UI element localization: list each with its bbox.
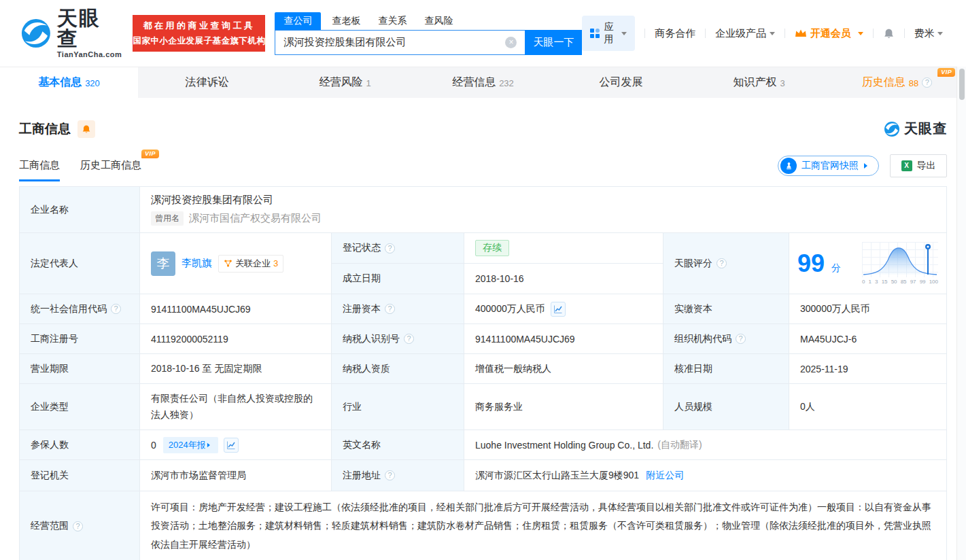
- tab-count: 320: [85, 78, 100, 88]
- help-icon[interactable]: ?: [385, 304, 395, 314]
- avatar[interactable]: 李: [151, 251, 175, 276]
- subtab-row: 工商信息 历史工商信息 VIP 工商官网快照 X 导出: [19, 154, 947, 177]
- table-row: 企业名称 漯河投资控股集团有限公司 曾用名 漯河市国信产权交易有限公司: [20, 187, 946, 233]
- export-button[interactable]: X 导出: [890, 154, 947, 177]
- chevron-right-icon: [864, 163, 870, 169]
- help-icon[interactable]: ?: [385, 470, 395, 480]
- search-area: 查公司 查老板 查关系 查风险 × 天眼一下: [275, 12, 582, 55]
- vip-membership-label: 开通会员: [810, 27, 851, 40]
- vip-membership-link[interactable]: 开通会员: [795, 27, 863, 40]
- search-tab-risk[interactable]: 查风险: [424, 12, 453, 30]
- brand-watermark: 天眼查: [884, 120, 947, 138]
- stamp-icon: [780, 158, 797, 174]
- subtab-history-business-info[interactable]: 历史工商信息 VIP: [80, 159, 141, 173]
- official-snapshot-button[interactable]: 工商官网快照: [778, 156, 879, 176]
- score-axis-ticks: 0 1 3 15 50 85 97 99 100: [862, 279, 938, 285]
- scrollbar-thumb[interactable]: [959, 69, 965, 100]
- scrollbar-track[interactable]: [956, 67, 966, 560]
- page-tab-legal[interactable]: 法律诉讼: [138, 67, 276, 98]
- tab-count: 1: [366, 78, 370, 88]
- score-value: 99: [797, 251, 825, 276]
- clear-icon[interactable]: ×: [505, 37, 517, 48]
- enterprise-products-menu[interactable]: 企业级产品: [715, 27, 775, 40]
- tianyancha-logo[interactable]: 天眼查 TianYanCha.com: [20, 8, 122, 58]
- logo-domain: TianYanCha.com: [57, 50, 122, 58]
- notification-bell-icon[interactable]: [883, 28, 895, 39]
- crown-icon: [795, 29, 807, 38]
- help-icon[interactable]: ?: [736, 334, 746, 344]
- subscribe-bell-button[interactable]: [77, 120, 95, 138]
- page-tab-business-info[interactable]: 经营信息 232: [414, 67, 552, 98]
- page-tab-operational-risk[interactable]: 经营风险 1: [276, 67, 414, 98]
- divider: [705, 29, 706, 38]
- business-term-label: 营业期限: [20, 354, 140, 383]
- apps-menu[interactable]: 应用: [582, 16, 635, 51]
- tianyancha-logo-icon: [884, 121, 900, 137]
- table-row: 营业期限 2018-10-16 至 无固定期限 纳税人资质 增值税一般纳税人 核…: [20, 354, 946, 384]
- excel-icon: X: [901, 160, 912, 171]
- former-name: 漯河市国信产权交易有限公司: [189, 212, 322, 225]
- annual-report-badge[interactable]: 2024年报: [163, 437, 218, 453]
- chevron-down-icon: [770, 32, 775, 38]
- slogan-line2: 国家中小企业发展子基金旗下机构: [133, 35, 265, 47]
- company-name: 漯河投资控股集团有限公司: [151, 194, 273, 207]
- capital-trend-icon[interactable]: [551, 302, 566, 317]
- search-tab-boss[interactable]: 查老板: [332, 12, 360, 30]
- search-tab-company[interactable]: 查公司: [275, 12, 321, 30]
- chevron-down-icon: [621, 32, 627, 38]
- related-companies-badge[interactable]: 关联企业 3: [218, 255, 283, 273]
- business-info-table: 企业名称 漯河投资控股集团有限公司 曾用名 漯河市国信产权交易有限公司 法定代表…: [19, 186, 947, 560]
- divider: [873, 29, 874, 38]
- help-icon[interactable]: ?: [73, 521, 83, 531]
- insured-trend-icon[interactable]: [224, 438, 239, 453]
- business-cooperation-link[interactable]: 商务合作: [655, 27, 695, 40]
- apps-label: 应用: [604, 21, 614, 46]
- page-tab-company-development[interactable]: 公司发展: [552, 67, 690, 98]
- legal-rep-label: 法定代表人: [20, 233, 140, 294]
- table-subrow: 成立日期 2018-10-16: [332, 264, 663, 294]
- help-icon[interactable]: ?: [111, 304, 121, 314]
- credit-code-label: 统一社会信用代码: [31, 303, 107, 315]
- subtab-business-info[interactable]: 工商信息: [19, 159, 60, 173]
- org-code-label: 组织机构代码: [674, 333, 731, 345]
- help-icon[interactable]: ?: [922, 77, 932, 88]
- credit-code: 91411100MA45UJCJ69: [140, 294, 332, 323]
- business-scope: 许可项目：房地产开发经营；建设工程施工（依法须经批准的项目，经相关部门批准后方可…: [151, 491, 935, 560]
- user-menu[interactable]: 费米: [914, 27, 943, 40]
- help-icon[interactable]: ?: [717, 258, 727, 268]
- search-button[interactable]: 天眼一下: [525, 30, 582, 55]
- company-name-label: 企业名称: [20, 187, 140, 232]
- table-row: 企业类型 有限责任公司（非自然人投资或控股的法人独资） 行业 商务服务业 人员规…: [20, 384, 946, 430]
- search-input[interactable]: [275, 30, 525, 55]
- tick-label: 50: [891, 279, 897, 285]
- chevron-down-icon: [858, 32, 863, 38]
- tick-label: 0: [862, 279, 865, 285]
- annual-report-label: 2024年报: [169, 439, 206, 451]
- establish-date-label: 成立日期: [332, 264, 464, 294]
- related-companies-icon: [224, 259, 232, 268]
- search-tab-relation[interactable]: 查关系: [378, 12, 407, 30]
- page-tab-intellectual-property[interactable]: 知识产权 3: [690, 67, 828, 98]
- help-icon[interactable]: ?: [404, 334, 414, 344]
- divider: [904, 29, 905, 38]
- legal-rep-link[interactable]: 李凯旗: [182, 257, 212, 270]
- related-companies-count: 3: [273, 258, 278, 268]
- paid-capital-label: 实缴资本: [663, 294, 789, 323]
- help-icon[interactable]: ?: [385, 243, 395, 253]
- table-row: 登记机关 漯河市市场监督管理局 注册地址 ? 漯河市源汇区太行山路玉兰大厦9楼9…: [20, 460, 946, 491]
- business-scope-label: 经营范围: [31, 520, 69, 532]
- company-type-label: 企业类型: [20, 384, 140, 430]
- industry-label: 行业: [332, 384, 464, 430]
- section-title: 工商信息: [19, 120, 71, 138]
- insured-label: 参保人数: [20, 430, 140, 459]
- nearby-companies-link[interactable]: 附近公司: [646, 470, 684, 482]
- org-code: MA45UJCJ-6: [789, 324, 946, 353]
- page-tab-basic-info[interactable]: 基本信息 320: [0, 67, 138, 98]
- taxpayer-id-label: 纳税人识别号: [343, 333, 400, 345]
- page-tab-history-info[interactable]: 历史信息 88 ? VIP: [828, 67, 966, 98]
- tick-label: 100: [929, 279, 938, 285]
- reg-authority: 漯河市市场监督管理局: [140, 460, 332, 491]
- tianyancha-logo-icon: [20, 18, 52, 49]
- table-subrow: 登记状态 ? 存续: [332, 233, 663, 264]
- table-row: 经营范围 ? 许可项目：房地产开发经营；建设工程施工（依法须经批准的项目，经相关…: [20, 491, 946, 560]
